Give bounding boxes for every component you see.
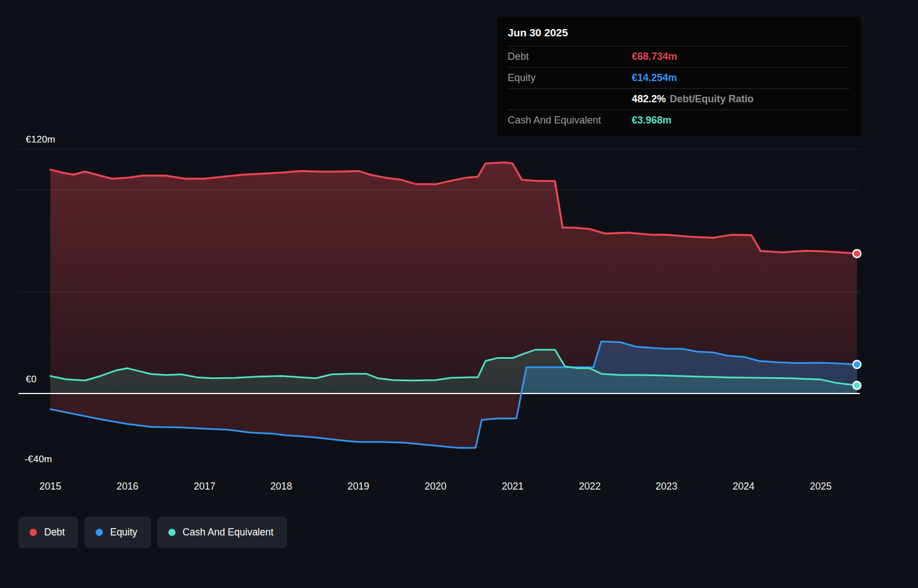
x-axis-label-2022: 2022 [579,481,601,492]
tooltip-debt-value: €68.734m [632,51,677,63]
x-axis-label-2023: 2023 [656,481,678,492]
y-axis-label-neg40m: -€40m [25,454,52,465]
y-axis-label-120m: €120m [26,134,55,145]
tooltip-equity-label: Equity [508,72,632,84]
legend: Debt Equity Cash And Equivalent [18,516,287,548]
tooltip-cash-label: Cash And Equivalent [508,115,632,126]
x-axis-label-2024: 2024 [733,481,755,492]
tooltip-ratio-label: Debt/Equity Ratio [670,93,754,105]
legend-debt-label: Debt [44,527,65,538]
x-axis-label-2017: 2017 [194,481,216,492]
legend-item-cash[interactable]: Cash And Equivalent [157,516,287,548]
debt-dot-icon [30,529,37,536]
tooltip-date: Jun 30 2025 [508,25,850,46]
legend-cash-label: Cash And Equivalent [183,527,273,538]
tooltip-debt-label: Debt [508,51,632,63]
tooltip-row-debt: Debt €68.734m [508,46,850,67]
tooltip-row-ratio: 482.2%Debt/Equity Ratio [508,88,850,110]
tooltip-cash-value: €3.968m [632,115,671,126]
tooltip-ratio-value: 482.2% [632,93,666,105]
tooltip-row-equity: Equity €14.254m [508,67,850,88]
x-axis-label-2018: 2018 [271,481,292,492]
x-axis-label-2015: 2015 [40,481,61,492]
cash-dot-icon [168,529,176,536]
equity-dot-icon [96,529,103,536]
legend-equity-label: Equity [110,527,138,538]
x-axis-label-2019: 2019 [348,481,370,492]
legend-item-debt[interactable]: Debt [18,516,78,548]
x-axis-label-2025: 2025 [810,481,832,492]
tooltip-row-cash: Cash And Equivalent €3.968m [508,110,850,131]
x-axis-label-2020: 2020 [425,481,447,492]
chart-tooltip: Jun 30 2025 Debt €68.734m Equity €14.254… [498,17,861,136]
x-axis-label-2016: 2016 [117,481,139,492]
tooltip-ratio: 482.2%Debt/Equity Ratio [632,93,754,105]
tooltip-equity-value: €14.254m [632,72,677,84]
y-axis-label-0: €0 [26,374,36,385]
x-axis-label-2021: 2021 [502,481,524,492]
legend-item-equity[interactable]: Equity [84,516,151,548]
